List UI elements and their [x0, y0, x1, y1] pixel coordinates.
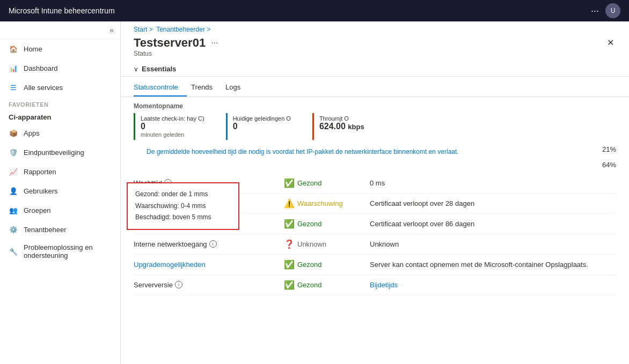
sidebar-item-eindpuntbeveiliging[interactable]: 🛡️ Eindpuntbeveiliging — [0, 143, 120, 162]
home-icon: 🏠 — [9, 44, 18, 54]
sidebar-collapse-button[interactable]: « — [109, 26, 114, 34]
metric-card-last-checkin: Laatste check-in: hay C) 0 minuten geled… — [134, 113, 217, 140]
sidebar-item-probleemoplossing[interactable]: 🔧 Probleemoplossing en ondersteuning — [0, 239, 120, 264]
tooltip-box: Gezond: onder de 1 mms Waarschuwing: 0-4… — [127, 182, 239, 230]
info-icon-interne-netwerk[interactable]: i — [209, 240, 217, 248]
metric-card-guidelines: Huidige geleidingen O 0 — [226, 113, 304, 140]
breadcrumb-start[interactable]: Start > — [134, 26, 153, 33]
essentials-label: Essentials — [142, 65, 176, 73]
check-icon-wachttijd: ✅ — [284, 178, 295, 188]
info-text: De gemiddelde hoeveelheid tijd die nodig… — [134, 145, 509, 159]
sidebar-item-groepen[interactable]: 👥 Groepen — [0, 200, 120, 220]
tabs-container: Statuscontrole Trends Logs — [121, 79, 629, 97]
status-detail-cert-beheeragent: Certificaat verloopt over 28 dagen — [370, 199, 616, 207]
status-badge-upgrade: ✅ Gezond — [284, 259, 370, 270]
favorites-label: FAVORIETEN — [0, 97, 120, 110]
layout: « 🏠 Home 📊 Dashboard ☰ Alle services FAV… — [0, 21, 629, 364]
status-row-interne-netwerk: Interne netwerktoegang i ❓ Unknown Unkno… — [134, 234, 616, 255]
status-row-upgrade: Upgrademogelijkheden ✅ Gezond Server kan… — [134, 255, 616, 275]
status-row-serverversie: Serverversie i ✅ Gezond Bijdetijds — [134, 275, 616, 295]
sidebar-item-rapporten[interactable]: 📈 Rapporten — [0, 162, 120, 181]
alle-services-icon: ☰ — [9, 83, 18, 92]
sidebar-item-dashboard[interactable]: 📊 Dashboard — [0, 58, 120, 78]
check-icon-serverversie: ✅ — [284, 280, 295, 290]
status-badge-tls: ✅ Gezond — [284, 219, 370, 229]
status-detail-interne-netwerk: Unknown — [370, 240, 616, 248]
metric-card-throughput: Throumjt O 624.00 kbps — [312, 113, 377, 140]
metric-throughput-title: Throumjt O — [319, 115, 364, 122]
topbar-dots-button[interactable]: ··· — [591, 5, 599, 17]
sidebar-item-apps-label: Apps — [24, 129, 40, 137]
main-content: Start > Tenantbeheerder > Testserver01 ·… — [121, 21, 629, 364]
sidebar-collapse-area: « — [0, 21, 120, 39]
dashboard-icon: 📊 — [9, 63, 18, 73]
tab-logs[interactable]: Logs — [225, 79, 249, 96]
page-close-button[interactable]: ✕ — [605, 35, 616, 50]
page-more-button[interactable]: ··· — [211, 38, 218, 48]
info-row: De gemiddelde hoeveelheid tijd die nodig… — [121, 145, 629, 161]
breadcrumb: Start > Tenantbeheerder > — [121, 21, 629, 33]
tooltip-line-1: Waarschuwing: 0-4 mms — [135, 200, 231, 212]
status-detail-serverversie: Bijdetijds — [370, 281, 616, 289]
status-name-interne-netwerk: Interne netwerktoegang i — [134, 240, 284, 248]
status-badge-wachttijd: ✅ Gezond — [284, 178, 370, 188]
warn-icon-cert-beheeragent: ⚠️ — [284, 198, 295, 209]
sidebar-item-rapporten-label: Rapporten — [24, 168, 56, 176]
pct1: 21% — [602, 145, 616, 153]
sidebar-item-tenantbeheer[interactable]: ⚙️ Tenantbeheer — [0, 220, 120, 239]
metric-throughput-value: 624.00 kbps — [319, 122, 364, 131]
info-icon-serverversie[interactable]: i — [175, 281, 182, 288]
page-status: Status — [121, 50, 629, 62]
tenantbeheer-icon: ⚙️ — [9, 225, 18, 234]
essentials-header[interactable]: ∨ Essentials — [121, 62, 629, 77]
sidebar-item-dashboard-label: Dashboard — [24, 64, 58, 72]
check-icon-upgrade: ✅ — [284, 259, 295, 270]
metric-guidelines-title: Huidige geleidingen O — [233, 115, 291, 122]
sidebar-item-eindpunt-label: Eindpuntbeveiliging — [24, 148, 84, 157]
tooltip-line-2: Beschadigd: boven 5 mms — [135, 212, 231, 224]
status-detail-tls: Certificaat verloopt over 86 dagen — [370, 220, 616, 228]
sidebar-item-home[interactable]: 🏠 Home — [0, 39, 120, 58]
status-name-upgrade[interactable]: Upgrademogelijkheden — [134, 261, 284, 269]
status-badge-serverversie: ✅ Gezond — [284, 280, 370, 290]
group-label: Ci-apparaten — [0, 110, 120, 123]
groepen-icon: 👥 — [9, 205, 18, 215]
status-detail-wachttijd: 0 ms — [370, 179, 616, 187]
apps-icon: 📦 — [9, 128, 18, 138]
snapshot-label: Momentopname — [121, 97, 629, 113]
sidebar: « 🏠 Home 📊 Dashboard ☰ Alle services FAV… — [0, 21, 121, 364]
pct2-row: 64% — [121, 161, 629, 171]
sidebar-item-gebruikers[interactable]: 👤 Gebruikers — [0, 181, 120, 200]
metric-checkin-value: 0 — [141, 122, 204, 131]
sidebar-item-gebruikers-label: Gebruikers — [24, 187, 58, 195]
breadcrumb-tenantbeheerder[interactable]: Tenantbeheerder > — [156, 26, 210, 33]
sidebar-item-alle-services[interactable]: ☰ Alle services — [0, 78, 120, 97]
eindpunt-icon: 🛡️ — [9, 147, 18, 157]
status-name-serverversie: Serverversie i — [134, 281, 284, 289]
sidebar-item-tenantbeheer-label: Tenantbeheer — [24, 226, 67, 234]
sidebar-item-groepen-label: Groepen — [24, 206, 51, 214]
status-badge-interne-netwerk: ❓ Unknown — [284, 239, 370, 249]
gebruikers-icon: 👤 — [9, 186, 18, 196]
avatar[interactable]: U — [605, 3, 620, 18]
status-detail-upgrade: Server kan contact opnemen met de Micros… — [370, 261, 616, 269]
check-icon-tls: ✅ — [284, 219, 295, 229]
sidebar-item-probleemoplossing-label: Probleemoplossing en ondersteuning — [24, 243, 112, 259]
tab-statuscontrole[interactable]: Statuscontrole — [134, 79, 187, 96]
tab-trends[interactable]: Trends — [191, 79, 221, 96]
sidebar-item-alle-services-label: Alle services — [24, 84, 63, 92]
sidebar-item-apps[interactable]: 📦 Apps — [0, 123, 120, 143]
status-badge-cert-beheeragent: ⚠️ Waarschuwing — [284, 198, 370, 209]
topbar-title: Microsoft Intune beheercentrum — [9, 6, 115, 15]
serverversie-detail-link[interactable]: Bijdetijds — [370, 281, 398, 289]
rapporten-icon: 📈 — [9, 167, 18, 176]
metric-guidelines-value: 0 — [233, 122, 291, 131]
sidebar-item-home-label: Home — [24, 45, 42, 53]
tooltip-line-0: Gezond: onder de 1 mms — [135, 189, 231, 200]
metric-checkin-title: Laatste check-in: hay C) — [141, 115, 204, 122]
probleemoplossing-icon: 🔧 — [9, 247, 18, 256]
essentials-chevron-icon: ∨ — [134, 65, 138, 73]
metric-cards: Laatste check-in: hay C) 0 minuten geled… — [121, 113, 629, 145]
metric-checkin-sub: minuten geleden — [141, 131, 204, 138]
topbar-right: ··· U — [591, 3, 620, 18]
